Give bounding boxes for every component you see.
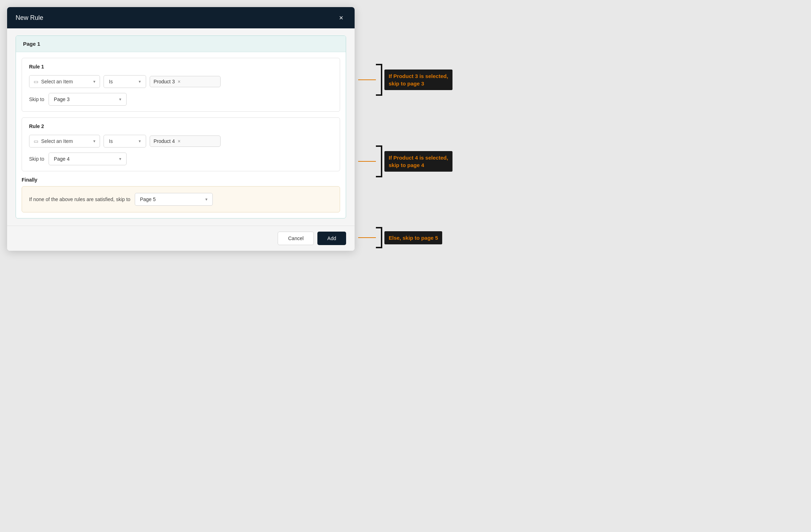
annotations-panel: If Product 3 is selected,skip to page 3 … [355,7,452,248]
annotation-3: Else, skip to page 5 [358,227,452,248]
annotation-2: If Product 4 is selected,skip to page 4 [358,145,452,177]
ann-3-text: Else, skip to page 5 [384,231,442,244]
rule-1-condition-label: Is [109,79,113,84]
rule-2-tag-close-button[interactable]: × [178,138,180,144]
rule-2-skip-value: Page 4 [54,156,70,162]
finally-text: If none of the above rules are satisfied… [29,196,130,202]
rule-2-row: ▭ Select an Item ▾ Is ▾ [29,135,333,148]
rule-1-select-item-left: ▭ Select an Item [34,79,73,84]
page-section: Page 1 Rule 1 ▭ Select an Item ▾ [16,35,346,218]
rule-1-card: Rule 1 ▭ Select an Item ▾ Is [22,58,340,112]
rule-1-tag-input[interactable]: Product 3 × [150,76,221,87]
page-header: Page 1 [16,36,346,52]
finally-skip-dropdown[interactable]: Page 5 ▾ [135,193,213,206]
ann-2-text: If Product 4 is selected,skip to page 4 [384,151,452,172]
rule-2-tag-input[interactable]: Product 4 × [150,135,221,147]
rule-2-select-item-label: Select an Item [41,138,73,144]
rule-1-tag: Product 3 × [154,79,180,84]
rule-1-skip-value: Page 3 [54,96,70,102]
rule-1-select-item-label: Select an Item [41,79,73,84]
modal: New Rule × Page 1 Rule 1 ▭ Select an I [7,7,355,251]
finally-label: Finally [22,177,340,183]
rule-2-skip-label: Skip to [29,156,44,162]
rule-1-skip-label: Skip to [29,96,44,102]
rule-2-tag-value: Product 4 [154,138,175,144]
finally-section: Finally If none of the above rules are s… [16,177,346,218]
modal-footer: Cancel Add [7,226,355,251]
rule-2-skip-dropdown[interactable]: Page 4 ▾ [49,153,127,165]
ann-2-bracket [376,145,382,177]
rule-2-condition-dropdown[interactable]: Is ▾ [104,135,146,148]
rule-2-condition-chevron-icon: ▾ [139,139,141,144]
modal-header: New Rule × [7,7,355,28]
rule-1-title: Rule 1 [29,64,333,70]
rule-1-tag-value: Product 3 [154,79,175,84]
ann-1-line [358,79,376,80]
rule-2-select-chevron-icon: ▾ [93,139,95,144]
ann-3-bracket [376,227,382,248]
rule-1-skip-dropdown[interactable]: Page 3 ▾ [49,93,127,106]
rule-2-tag: Product 4 × [154,138,180,144]
rule-1-skip-row: Skip to Page 3 ▾ [29,93,333,106]
rule-2-condition-label: Is [109,138,113,144]
rule-1-select-item-dropdown[interactable]: ▭ Select an Item ▾ [29,75,100,88]
modal-title: New Rule [16,14,43,22]
rule-2-skip-row: Skip to Page 4 ▾ [29,153,333,165]
form-field-icon-2: ▭ [34,138,38,144]
ann-1-bracket [376,64,382,96]
annotation-1: If Product 3 is selected,skip to page 3 [358,64,452,96]
rule-2-title: Rule 2 [29,123,333,129]
form-field-icon: ▭ [34,79,38,84]
modal-body: Page 1 Rule 1 ▭ Select an Item ▾ [7,28,355,226]
rule-2-skip-chevron-icon: ▾ [119,156,121,161]
rule-1-condition-chevron-icon: ▾ [139,79,141,84]
rule-1-skip-chevron-icon: ▾ [119,97,121,102]
ann-3-line [358,237,376,238]
finally-skip-chevron-icon: ▾ [205,197,207,202]
rule-1-select-chevron-icon: ▾ [93,79,95,84]
rule-1-condition-dropdown[interactable]: Is ▾ [104,75,146,88]
ann-1-text: If Product 3 is selected,skip to page 3 [384,70,452,90]
rule-2-select-item-dropdown[interactable]: ▭ Select an Item ▾ [29,135,100,148]
rule-1-tag-close-button[interactable]: × [178,79,180,84]
rule-2-select-item-left: ▭ Select an Item [34,138,73,144]
ann-2-line [358,161,376,162]
rule-1-row: ▭ Select an Item ▾ Is ▾ [29,75,333,88]
modal-close-button[interactable]: × [336,13,346,23]
rule-2-card: Rule 2 ▭ Select an Item ▾ Is [22,117,340,171]
add-button[interactable]: Add [317,232,346,245]
rules-area: Rule 1 ▭ Select an Item ▾ Is [16,58,346,218]
finally-card: If none of the above rules are satisfied… [22,186,340,212]
finally-skip-value: Page 5 [140,196,156,202]
cancel-button[interactable]: Cancel [278,232,314,245]
